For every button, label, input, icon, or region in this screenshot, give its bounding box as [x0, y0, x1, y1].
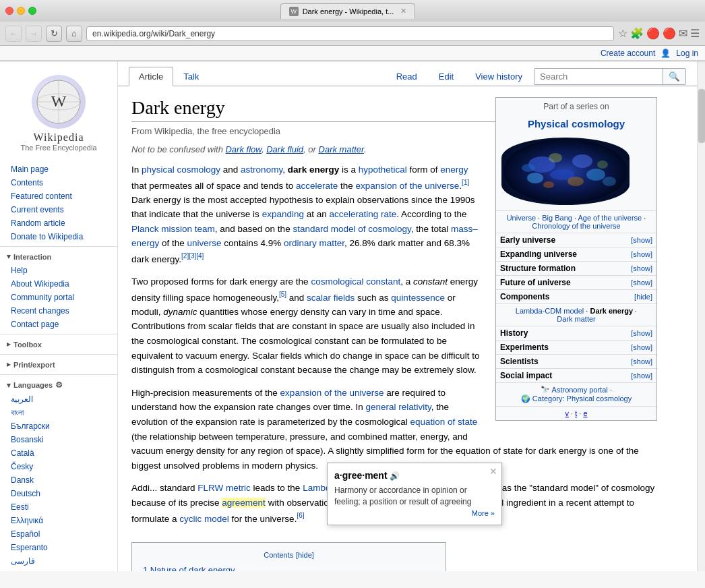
expansion-universe-link[interactable]: expansion of the universe	[280, 388, 384, 398]
settings-icon[interactable]: ☰	[690, 27, 700, 40]
tab-close-icon[interactable]: ✕	[400, 7, 406, 16]
contents-link[interactable]: Contents	[11, 177, 106, 188]
agreement-link[interactable]: agreement	[222, 498, 266, 508]
search-button[interactable]: 🔍	[663, 69, 685, 84]
physical-cosmology-link[interactable]: physical cosmology	[142, 165, 220, 175]
lang-fa-link[interactable]: فارسی	[11, 556, 106, 566]
contents-hide-btn[interactable]: [hide]	[296, 551, 314, 559]
big-bang-link[interactable]: Big Bang	[542, 214, 572, 222]
bookmark-icon[interactable]: ☆	[618, 27, 627, 40]
minimize-button[interactable]	[17, 7, 25, 15]
browser-tab[interactable]: W Dark energy - Wikipedia, t... ✕	[280, 3, 416, 19]
lang-bengali-link[interactable]: বাংলা	[11, 407, 106, 418]
shield-icon[interactable]: 🔴	[646, 27, 660, 40]
accelerating-rate-link[interactable]: accelerating rate	[329, 209, 396, 219]
planck-link[interactable]: Planck mission team	[131, 224, 215, 234]
address-input[interactable]	[86, 26, 614, 41]
community-link[interactable]: Community portal	[11, 292, 106, 303]
age-universe-link[interactable]: Age of the universe	[578, 214, 642, 222]
maximize-button[interactable]	[28, 7, 36, 15]
languages-header[interactable]: ▾ Languages ⚙	[0, 378, 117, 392]
ref-2[interactable]: [2][3][4]	[181, 252, 204, 260]
toolbox-header[interactable]: ▸ Toolbox	[0, 337, 117, 351]
hypothetical-link[interactable]: hypothetical	[359, 165, 407, 175]
lang-de-link[interactable]: Deutsch	[11, 488, 106, 499]
forward-button[interactable]: →	[26, 26, 42, 42]
right-scrollbar[interactable]	[697, 61, 705, 571]
popup-more-link[interactable]: More »	[472, 509, 495, 517]
tab-edit[interactable]: Edit	[429, 67, 464, 86]
cyclic-model-link[interactable]: cyclic model	[179, 513, 229, 523]
accelerate-link[interactable]: accelerate	[296, 180, 338, 190]
lang-arabic-link[interactable]: العربية	[11, 394, 106, 405]
infobox-e-link[interactable]: e	[583, 409, 587, 417]
standard-model-link[interactable]: standard model of cosmology	[293, 224, 410, 234]
back-button[interactable]: ←	[5, 26, 22, 42]
search-input[interactable]	[534, 69, 663, 84]
lang-cs-link[interactable]: Česky	[11, 461, 106, 472]
ref-1[interactable]: [1]	[462, 179, 469, 186]
tab-article[interactable]: Article	[129, 67, 173, 86]
dark-flow-link[interactable]: Dark flow	[225, 144, 261, 154]
infobox-t-link[interactable]: t	[575, 409, 577, 417]
contact-link[interactable]: Contact page	[11, 319, 106, 330]
main-page-link[interactable]: Main page	[11, 164, 106, 175]
lang-et-link[interactable]: Eesti	[11, 502, 106, 512]
close-button[interactable]	[5, 7, 13, 15]
lang-es-link[interactable]: Español	[11, 529, 106, 539]
components-toggle[interactable]: [hide]	[634, 293, 652, 301]
popup-sound-icon[interactable]: 🔊	[390, 471, 400, 481]
featured-link[interactable]: Featured content	[11, 191, 106, 202]
dark-fluid-link[interactable]: Dark fluid	[266, 144, 303, 154]
lang-bg-link[interactable]: Български	[11, 421, 106, 432]
play-icon[interactable]: 🔴	[663, 27, 676, 40]
dark-matter-hatnote-link[interactable]: Dark matter	[319, 144, 364, 154]
lang-ca-link[interactable]: Català	[11, 448, 106, 459]
tab-history[interactable]: View history	[465, 67, 532, 86]
equation-state-link[interactable]: equation of state	[410, 417, 477, 427]
dark-matter-link[interactable]: Dark matter	[557, 315, 595, 323]
login-link[interactable]: Log in	[676, 49, 698, 58]
structure-toggle[interactable]: [show]	[631, 264, 652, 272]
lambda-cdm-link[interactable]: Lambda-CDM model	[516, 307, 584, 315]
lang-bs-link[interactable]: Bosanski	[11, 434, 106, 445]
donate-link[interactable]: Donate to Wikipedia	[11, 231, 106, 242]
category-link[interactable]: Category: Physical cosmology	[532, 394, 632, 403]
astronomy-link[interactable]: astronomy	[241, 165, 282, 175]
tab-talk[interactable]: Talk	[173, 67, 209, 86]
scrollbar-thumb[interactable]	[698, 89, 705, 143]
lang-settings-icon[interactable]: ⚙	[55, 380, 63, 390]
mail-icon[interactable]: ✉	[679, 27, 687, 40]
about-link[interactable]: About Wikipedia	[11, 278, 106, 289]
expansion-link[interactable]: expansion of the universe	[355, 180, 459, 190]
scalar-fields-link[interactable]: scalar fields	[307, 292, 355, 302]
chronology-link[interactable]: Chronology of the universe	[532, 222, 620, 230]
quintessence-link[interactable]: quintessence	[391, 292, 445, 302]
scientists-toggle[interactable]: [show]	[631, 357, 652, 365]
energy-link[interactable]: energy	[440, 165, 468, 175]
social-toggle[interactable]: [show]	[631, 372, 652, 380]
recent-changes-link[interactable]: Recent changes	[11, 305, 106, 316]
random-article-link[interactable]: Random article	[11, 218, 106, 229]
cosmological-constant-link[interactable]: cosmological constant	[311, 276, 400, 287]
interaction-header[interactable]: ▾ Interaction	[0, 249, 117, 264]
ordinary-matter-link[interactable]: ordinary matter	[284, 238, 344, 248]
lang-da-link[interactable]: Dansk	[11, 475, 106, 486]
contents-link-1[interactable]: 1 Nature of dark energy	[143, 565, 235, 571]
early-universe-toggle[interactable]: [show]	[631, 236, 652, 244]
lang-eo-link[interactable]: Esperanto	[11, 542, 106, 553]
general-relativity-link[interactable]: general relativity	[365, 402, 431, 412]
ref-5[interactable]: [5]	[279, 291, 286, 298]
lang-fr-link[interactable]: Français	[11, 569, 106, 571]
flrw-link[interactable]: FLRW metric	[197, 483, 251, 493]
create-account-link[interactable]: Create account	[601, 49, 655, 58]
reload-button[interactable]: ↻	[46, 26, 62, 42]
current-events-link[interactable]: Current events	[11, 204, 106, 215]
history-toggle[interactable]: [show]	[631, 329, 652, 337]
experiments-toggle[interactable]: [show]	[631, 343, 652, 351]
expanding-link[interactable]: expanding	[262, 209, 304, 219]
home-button[interactable]: ⌂	[66, 26, 82, 42]
universe-link-2[interactable]: universe	[187, 238, 222, 248]
help-link[interactable]: Help	[11, 265, 106, 276]
tab-read[interactable]: Read	[386, 67, 427, 86]
